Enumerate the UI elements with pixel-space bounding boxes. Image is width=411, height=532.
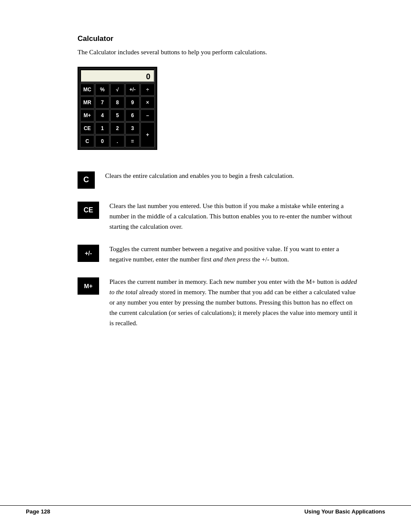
- calc-btn-div[interactable]: ÷: [140, 84, 155, 96]
- icon-ce: CE: [78, 202, 99, 219]
- calc-btn-equals[interactable]: =: [125, 135, 140, 147]
- calc-btn-pct[interactable]: %: [95, 84, 109, 96]
- calc-btn-mult[interactable]: ×: [140, 96, 155, 109]
- calc-btn-1[interactable]: 1: [95, 122, 109, 134]
- desc-text-plusminus: Toggles the current number between a neg…: [109, 244, 359, 264]
- calc-btn-5[interactable]: 5: [110, 109, 125, 121]
- desc-item-mplus: M+ Places the current number in memory. …: [78, 277, 359, 328]
- desc-item-plusminus: +/- Toggles the current number between a…: [78, 244, 359, 264]
- calc-btn-mplus[interactable]: M+: [80, 109, 94, 121]
- calc-display: 0: [80, 69, 155, 82]
- calculator: 0 MC % √ +/- ÷ MR 7 8 9 × M+ 4 5 6 –: [78, 67, 157, 150]
- calc-btn-mc[interactable]: MC: [80, 84, 94, 96]
- calc-btn-sqrt[interactable]: √: [110, 84, 125, 96]
- page-footer: Page 128 Using Your Basic Applications: [0, 505, 411, 515]
- calc-btn-3[interactable]: 3: [125, 122, 140, 134]
- calc-btn-9[interactable]: 9: [125, 96, 140, 109]
- footer-page-number: Page 128: [26, 508, 50, 515]
- calc-btn-0[interactable]: 0: [95, 135, 109, 147]
- section-title: Calculator: [78, 34, 359, 43]
- calc-btn-dot[interactable]: .: [110, 135, 125, 147]
- calc-btn-6[interactable]: 6: [125, 109, 140, 121]
- icon-plusminus: +/-: [78, 245, 99, 262]
- calc-grid: MC % √ +/- ÷ MR 7 8 9 × M+ 4 5 6 – CE 1: [80, 84, 155, 147]
- calc-btn-plusminus[interactable]: +/-: [125, 84, 140, 96]
- calc-btn-4[interactable]: 4: [95, 109, 109, 121]
- calc-btn-minus[interactable]: –: [140, 109, 155, 121]
- calc-btn-7[interactable]: 7: [95, 96, 109, 109]
- desc-item-c: C Clears the entire calculation and enab…: [78, 171, 359, 189]
- calc-btn-c[interactable]: C: [80, 135, 94, 147]
- calc-btn-mr[interactable]: MR: [80, 96, 94, 109]
- desc-text-ce: Clears the last number you entered. Use …: [109, 201, 359, 232]
- calc-btn-2[interactable]: 2: [110, 122, 125, 134]
- icon-c: C: [78, 171, 95, 189]
- intro-text: The Calculator includes several buttons …: [78, 47, 359, 57]
- page: Calculator The Calculator includes sever…: [0, 0, 411, 532]
- calc-btn-plus[interactable]: +: [140, 122, 155, 147]
- desc-text-mplus: Places the current number in memory. Eac…: [109, 277, 359, 328]
- calc-btn-8[interactable]: 8: [110, 96, 125, 109]
- calc-btn-ce[interactable]: CE: [80, 122, 94, 134]
- desc-item-ce: CE Clears the last number you entered. U…: [78, 201, 359, 232]
- icon-mplus: M+: [78, 277, 99, 295]
- footer-chapter-title: Using Your Basic Applications: [304, 508, 385, 515]
- desc-text-c: Clears the entire calculation and enable…: [105, 171, 359, 181]
- calculator-image: 0 MC % √ +/- ÷ MR 7 8 9 × M+ 4 5 6 –: [78, 67, 157, 150]
